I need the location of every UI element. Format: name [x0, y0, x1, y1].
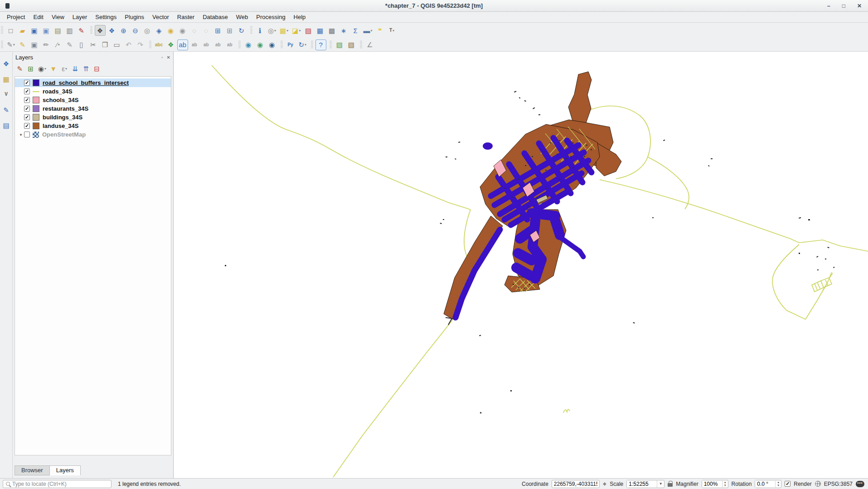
layer-visibility-checkbox[interactable]: ✓ [24, 114, 30, 120]
render-checkbox[interactable]: ✓ [785, 481, 790, 487]
filter-by-expression-button[interactable]: ε▾ [59, 64, 69, 73]
save-project-as-button[interactable]: ▣ [41, 25, 52, 36]
layer-item[interactable]: ✓ landuse_34S [15, 122, 171, 130]
panel-float-icon[interactable]: ▫ [161, 55, 163, 60]
map-tips-button[interactable]: ❝ [375, 25, 386, 36]
metasearch-button[interactable]: ◉ [267, 39, 277, 50]
layer-visibility-checkbox[interactable]: ✓ [24, 106, 30, 112]
redo-button[interactable]: ↷ [135, 39, 146, 50]
expand-all-button[interactable]: ⇊ [70, 64, 80, 73]
layer-diagram-button[interactable]: ❖ [165, 39, 176, 50]
profile-tool-button[interactable]: ∠ [364, 39, 375, 50]
highlight-labels-button[interactable]: ab [177, 39, 188, 50]
rotation-spinbox[interactable]: ▲▼ [755, 480, 781, 488]
menu-item[interactable]: Project [3, 12, 29, 22]
layer-item[interactable]: ▾ OpenStreetMap [15, 130, 171, 139]
layer-visibility-checkbox[interactable] [24, 132, 30, 137]
new-map-view-button[interactable]: ⊞ [213, 25, 223, 36]
map-canvas[interactable] [173, 52, 868, 478]
plugin-map-edit-button[interactable]: ▧ [346, 39, 357, 50]
close-button[interactable]: ✕ [857, 3, 862, 9]
python-console-button[interactable]: Py [285, 39, 296, 50]
new-project-button[interactable]: □ [5, 25, 16, 36]
coordinate-input[interactable] [552, 480, 600, 488]
move-label-button[interactable]: ab [213, 39, 223, 50]
layer-visibility-checkbox[interactable]: ✓ [24, 123, 30, 129]
minimize-button[interactable]: – [827, 3, 830, 9]
magnifier-spinbox[interactable]: ▲▼ [702, 480, 728, 488]
rotation-input[interactable] [755, 480, 775, 488]
help-contents-button[interactable]: ? [315, 39, 326, 50]
add-database-layer-button[interactable]: ▤ [1, 120, 12, 131]
current-edits-button[interactable]: ✎▾ [5, 39, 16, 50]
menu-item[interactable]: Layer [68, 12, 92, 22]
crs-status[interactable]: EPSG:3857 [824, 481, 853, 487]
statistics-summary-button[interactable]: Σ [350, 25, 361, 36]
menu-item[interactable]: Database [199, 12, 232, 22]
zoom-native-button[interactable]: ◎ [142, 25, 153, 36]
digitize-button[interactable]: ✏ [41, 39, 52, 50]
pan-map-button[interactable]: ❖ [95, 25, 106, 36]
layout-manager-button[interactable]: ▥ [64, 25, 75, 36]
copy-features-button[interactable]: ❐ [100, 39, 111, 50]
collapse-all-button[interactable]: ⇈ [81, 64, 91, 73]
chevron-down-icon[interactable]: ▼ [657, 480, 664, 488]
tab-layers[interactable]: Layers [49, 465, 81, 475]
open-project-button[interactable]: ▰ [17, 25, 28, 36]
attribute-table-button[interactable]: ▦ [315, 25, 326, 36]
maximize-button[interactable]: □ [842, 3, 845, 9]
filter-legend-button[interactable]: ▼ [48, 64, 58, 73]
metasearch-add-button[interactable]: ◉ [243, 39, 254, 50]
panel-close-icon[interactable]: ✕ [167, 55, 170, 60]
text-annotation-button[interactable]: T▾ [387, 25, 398, 36]
magnifier-input[interactable] [702, 480, 722, 488]
layer-visibility-checkbox[interactable]: ✓ [24, 80, 30, 86]
layer-item[interactable]: ✓ roads_34S [15, 87, 171, 96]
add-group-button[interactable]: ⊞ [26, 64, 36, 73]
pin-labels-button[interactable]: ab [189, 39, 200, 50]
remove-layer-button[interactable]: ⊟ [92, 64, 102, 73]
tab-browser[interactable]: Browser [15, 465, 50, 475]
scale-input[interactable] [627, 480, 657, 488]
expander-icon[interactable]: ▾ [18, 132, 24, 137]
toggle-editing-button[interactable]: ✎ [17, 39, 28, 50]
lock-scale-icon[interactable] [668, 483, 673, 487]
show-hide-labels-button[interactable]: ab [201, 39, 212, 50]
manage-map-themes-button[interactable]: ◉▾ [37, 64, 48, 73]
add-vector-layer-button[interactable]: V [1, 89, 12, 100]
plugin-map-library-button[interactable]: ▧ [334, 39, 345, 50]
locator-search-input[interactable]: Type to locate (Ctrl+K) [3, 480, 112, 488]
layer-item[interactable]: ✓ road_school_buffers_intersect [15, 78, 171, 87]
vertex-tool-button[interactable]: ∕▾ [53, 39, 63, 50]
messages-icon[interactable]: ••• [856, 481, 864, 487]
save-layer-edits-button[interactable]: ▣ [29, 39, 40, 50]
zoom-in-button[interactable]: ⊕ [118, 25, 129, 36]
layer-visibility-checkbox[interactable]: ✓ [24, 97, 30, 103]
style-manager-button[interactable]: ✎ [76, 25, 87, 36]
layer-item[interactable]: ✓ restaurants_34S [15, 104, 171, 113]
crs-globe-icon[interactable] [815, 481, 821, 487]
layer-visibility-checkbox[interactable]: ✓ [24, 88, 30, 94]
paste-features-button[interactable]: ▭ [112, 39, 122, 50]
data-source-manager-button[interactable]: ❖ [1, 58, 12, 69]
new-print-layout-button[interactable]: ▤ [53, 25, 63, 36]
menu-item[interactable]: Vector [148, 12, 173, 22]
new-3d-map-view-button[interactable]: ⊞ [224, 25, 235, 36]
field-calculator-button[interactable]: ▩ [327, 25, 338, 36]
refresh-map-button[interactable]: ↻ [236, 25, 247, 36]
undo-button[interactable]: ↶ [123, 39, 134, 50]
zoom-out-button[interactable]: ⊖ [130, 25, 141, 36]
scale-combobox[interactable]: ▼ [626, 480, 664, 488]
zoom-full-button[interactable]: ◈ [154, 25, 165, 36]
save-project-button[interactable]: ▣ [29, 25, 40, 36]
spin-arrows-icon[interactable]: ▲▼ [722, 481, 728, 487]
add-raster-layer-button[interactable]: ▦ [1, 73, 12, 84]
select-by-value-button[interactable]: ◪▾ [291, 25, 302, 36]
multiedit-button[interactable]: ✎ [64, 39, 75, 50]
change-label-button[interactable]: ab [224, 39, 235, 50]
add-delimited-text-layer-button[interactable]: ✎ [1, 104, 12, 115]
identify-features-button[interactable]: ℹ [255, 25, 266, 36]
measure-button[interactable]: ▬▾ [362, 25, 374, 36]
open-layer-styling-button[interactable]: ✎ [15, 64, 25, 73]
layer-item[interactable]: ✓ schools_34S [15, 96, 171, 104]
